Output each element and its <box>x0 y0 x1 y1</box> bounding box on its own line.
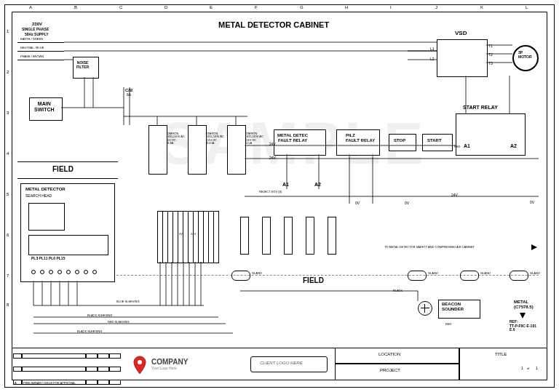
tb-of: of <box>527 367 529 370</box>
map-pin-icon <box>131 355 148 375</box>
svg-point-46 <box>138 360 142 364</box>
tb-sheet: 1 <box>521 367 523 371</box>
tb-project: PROJECT <box>380 368 400 373</box>
company-name: COMPANY <box>151 358 188 366</box>
company-logo-block: COMPANY Your Logo Here <box>131 353 233 375</box>
company-tagline: Your Logo Here <box>151 367 177 371</box>
client-logo-placeholder: CLIENT LOGO HERE <box>250 356 328 372</box>
tb-title: TITLE <box>495 352 507 357</box>
drawing-sheet: A B C D E F G H I J K L 1 2 3 4 5 6 7 8 … <box>0 0 559 392</box>
tb-location: LOCATION <box>378 352 400 357</box>
wiring-svg <box>0 0 559 392</box>
revisions-block: APRELIMINARY ISSUE FOR APPROVAL REVISION… <box>13 349 121 392</box>
tb-total: 1 <box>536 367 538 371</box>
